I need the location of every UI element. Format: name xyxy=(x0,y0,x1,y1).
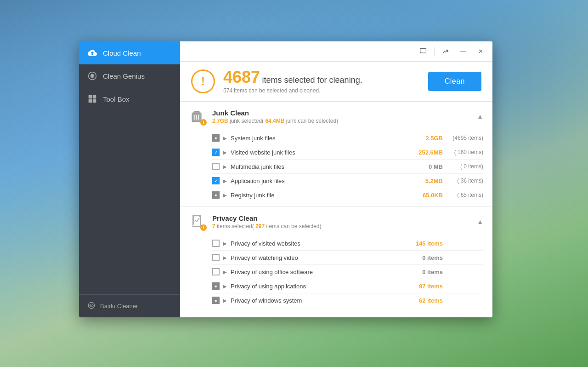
multimedia-junk-checkbox[interactable] xyxy=(212,163,220,170)
table-row: ▶ Privacy of using office software 0 ite… xyxy=(212,265,483,279)
junk-size-highlight: 2.7GB xyxy=(212,118,228,124)
registry-junk-checkbox[interactable] xyxy=(212,191,220,199)
system-junk-expand[interactable]: ▶ xyxy=(223,136,227,141)
privacy-apps-label: Privacy of using applications xyxy=(231,283,402,290)
application-junk-count: ( 36 items) xyxy=(447,178,483,184)
table-row: ▶ System junk files 2.5GB (4695 items) xyxy=(212,131,483,145)
registry-junk-count: ( 65 items) xyxy=(447,192,483,198)
visited-website-junk-expand[interactable]: ▶ xyxy=(223,150,227,155)
privacy-count2-highlight: 297 xyxy=(255,223,265,229)
svg-rect-2 xyxy=(93,95,96,99)
privacy-apps-expand[interactable]: ▶ xyxy=(223,284,227,289)
junk-clean-badge: ! xyxy=(200,119,207,126)
baidu-label: Baidu Cleaner xyxy=(100,303,138,310)
system-junk-count: (4695 items) xyxy=(447,135,483,141)
privacy-apps-checkbox[interactable] xyxy=(212,282,220,290)
table-row: ▶ Multimedia junk files 0 MB ( 0 items) xyxy=(212,160,483,174)
privacy-windows-expand[interactable]: ▶ xyxy=(223,298,227,303)
visited-website-junk-size: 252.6MB xyxy=(406,149,443,156)
privacy-windows-checkbox[interactable] xyxy=(212,297,220,304)
close-button[interactable]: ✕ xyxy=(474,45,487,58)
header-left: ! 4687 items selected for cleaning. 574 … xyxy=(191,69,362,94)
table-row: ▶ Privacy of watching video 0 items xyxy=(212,251,483,265)
warning-circle: ! xyxy=(191,69,215,93)
privacy-apps-size: 97 items xyxy=(406,283,443,290)
sidebar: Cloud Clean Clean Genius T xyxy=(79,41,180,317)
multimedia-junk-expand[interactable]: ▶ xyxy=(223,164,227,169)
privacy-websites-checkbox[interactable] xyxy=(212,240,220,247)
svg-rect-9 xyxy=(194,111,199,113)
privacy-clean-sub: 7 items selected( 297 items can be selec… xyxy=(212,223,477,229)
application-junk-expand[interactable]: ▶ xyxy=(223,178,227,184)
privacy-windows-label: Privacy of windows system xyxy=(231,297,402,304)
application-junk-size: 5.2MB xyxy=(406,178,443,184)
privacy-clean-title-area: Privacy Clean 7 items selected( 297 item… xyxy=(212,214,477,229)
registry-junk-expand[interactable]: ▶ xyxy=(223,193,227,198)
sidebar-item-clean-genius[interactable]: Clean Genius xyxy=(79,64,180,87)
multimedia-junk-size: 0 MB xyxy=(406,163,443,170)
privacy-video-label: Privacy of watching video xyxy=(231,254,402,261)
privacy-clean-title: Privacy Clean xyxy=(212,214,477,222)
privacy-clean-badge: ! xyxy=(200,224,207,231)
privacy-count-highlight: 7 xyxy=(212,223,215,229)
privacy-websites-size: 145 items xyxy=(406,240,443,247)
sidebar-label-clean-genius: Clean Genius xyxy=(103,72,145,80)
privacy-office-expand[interactable]: ▶ xyxy=(223,270,227,275)
privacy-clean-header[interactable]: ! Privacy Clean 7 items selected( 297 it… xyxy=(180,207,492,236)
visited-website-junk-count: ( 160 items) xyxy=(447,149,483,155)
privacy-clean-toggle[interactable]: ▲ xyxy=(477,218,483,225)
multimedia-junk-label: Multimedia junk files xyxy=(231,163,402,170)
table-row: ▶ Application junk files 5.2MB ( 36 item… xyxy=(212,174,483,188)
system-junk-checkbox[interactable] xyxy=(212,134,220,142)
minimize-button[interactable]: — xyxy=(457,45,469,58)
svg-rect-4 xyxy=(93,99,96,103)
svg-text:BD: BD xyxy=(90,304,94,307)
privacy-office-checkbox[interactable] xyxy=(212,268,220,275)
svg-rect-1 xyxy=(89,95,92,99)
junk-size2-highlight: 64.4MB xyxy=(265,118,284,124)
registry-junk-size: 65.0KB xyxy=(406,192,443,199)
sidebar-item-cloud-clean[interactable]: Cloud Clean xyxy=(79,41,180,64)
privacy-websites-label: Privacy of visited websites xyxy=(231,240,402,247)
header-label: items selected for cleaning. xyxy=(262,75,362,85)
header-count-row: 4687 items selected for cleaning. xyxy=(223,69,362,86)
privacy-clean-items: ▶ Privacy of visited websites 145 items … xyxy=(180,236,492,312)
scroll-content[interactable]: ! Junk Clean 2.7GB junk selected( 64.4MB… xyxy=(180,102,492,317)
table-row: ▶ Privacy of using applications 97 items xyxy=(212,279,483,293)
signal-button[interactable] xyxy=(439,45,452,58)
app-window: Cloud Clean Clean Genius T xyxy=(79,41,492,317)
chat-button[interactable] xyxy=(417,45,430,58)
privacy-websites-expand[interactable]: ▶ xyxy=(223,241,227,246)
privacy-office-label: Privacy of using office software xyxy=(231,269,402,275)
privacy-video-checkbox[interactable] xyxy=(212,254,220,261)
tool-box-icon xyxy=(87,94,97,104)
application-junk-checkbox[interactable] xyxy=(212,177,220,184)
visited-website-junk-checkbox[interactable] xyxy=(212,149,220,156)
privacy-clean-icon: ! xyxy=(189,213,206,230)
privacy-office-size: 0 items xyxy=(406,269,443,275)
cloud-clean-icon xyxy=(87,48,97,58)
table-row: ▶ Privacy of visited websites 145 items xyxy=(212,236,483,251)
junk-clean-title-area: Junk Clean 2.7GB junk selected( 64.4MB j… xyxy=(212,109,477,124)
sidebar-bottom: BD Baidu Cleaner xyxy=(79,294,180,317)
junk-clean-header[interactable]: ! Junk Clean 2.7GB junk selected( 64.4MB… xyxy=(180,102,492,131)
title-bar: — ✕ xyxy=(180,41,492,62)
application-junk-label: Application junk files xyxy=(231,178,402,184)
header-sub: 574 items can be selected and cleaned. xyxy=(223,87,362,94)
plugin-clean-header[interactable]: ✓ Plugin Clean No junk found. ▼ xyxy=(180,312,492,317)
header-text: 4687 items selected for cleaning. 574 it… xyxy=(223,69,362,94)
privacy-video-size: 0 items xyxy=(406,254,443,261)
privacy-video-expand[interactable]: ▶ xyxy=(223,255,227,260)
item-count: 4687 xyxy=(223,68,260,86)
sidebar-item-tool-box[interactable]: Tool Box xyxy=(79,87,180,110)
baidu-icon: BD xyxy=(87,301,96,311)
clean-button[interactable]: Clean xyxy=(428,72,481,91)
clean-genius-icon xyxy=(87,71,97,81)
privacy-clean-section: ! Privacy Clean 7 items selected( 297 it… xyxy=(180,207,492,312)
system-junk-size: 2.5GB xyxy=(406,135,443,142)
junk-clean-toggle[interactable]: ▲ xyxy=(477,113,483,120)
table-row: ▶ Visited website junk files 252.6MB ( 1… xyxy=(212,145,483,160)
visited-website-junk-label: Visited website junk files xyxy=(231,149,402,156)
header-section: ! 4687 items selected for cleaning. 574 … xyxy=(180,62,492,102)
sidebar-label-tool-box: Tool Box xyxy=(103,95,130,103)
